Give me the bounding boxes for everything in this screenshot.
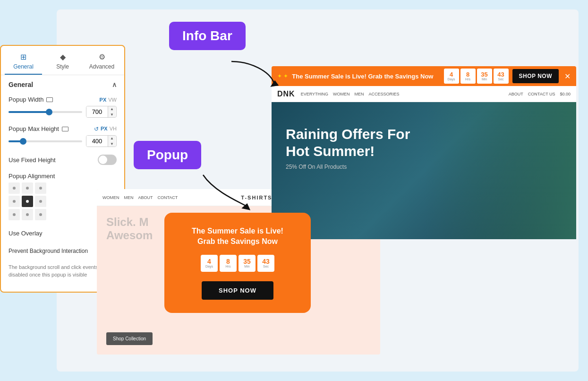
nav-women[interactable]: WOMEN: [333, 92, 350, 96]
infobar-text: The Summer Sale is Live! Grab the Saving…: [292, 73, 440, 80]
align-top-right[interactable]: [35, 182, 46, 194]
info-bar-label: Info Bar: [169, 22, 246, 50]
count-days: 4Days: [444, 69, 459, 84]
shop-collection-btn[interactable]: Shop Collection: [106, 332, 153, 345]
tab-general[interactable]: ⊞ General: [5, 50, 42, 75]
popup-width-field: Popup Width PX VW 700 ▲: [9, 96, 117, 118]
popup-height-input[interactable]: 400 ▲ ▼: [86, 135, 117, 147]
collapse-icon[interactable]: ∧: [112, 81, 117, 88]
infobar-close[interactable]: ✕: [564, 72, 571, 81]
popup-countdown: 4 Days 8 Hrs 35 Min 43 Sec: [176, 255, 299, 272]
popup-count-days: 4 Days: [201, 255, 218, 272]
hero-subtitle: 25% Off On All Products: [286, 164, 410, 170]
popup-modal-title: The Summer Sale is Live!Grab the Savings…: [176, 226, 299, 247]
popup-height-field: Popup Max Height ↺ PX VH 400: [9, 125, 117, 147]
tab-general-label: General: [13, 63, 34, 70]
align-top-center[interactable]: [22, 182, 33, 194]
hero-image: [425, 102, 576, 239]
fixed-height-row: Use Fixed Height: [9, 155, 117, 165]
infobar-arrow: [222, 52, 279, 90]
star-left: ✦ ✦: [277, 73, 288, 79]
refresh-icon-height[interactable]: ↺: [94, 126, 99, 132]
popup-width-slider-track[interactable]: [9, 111, 82, 113]
tab-style-label: Style: [56, 63, 69, 70]
hero-title: Raining Offers ForHot Summer!: [286, 126, 410, 160]
align-mid-left[interactable]: [9, 196, 20, 207]
dnk-right: ABOUT CONTACT US $0.00: [509, 92, 571, 96]
popup-arrow: [194, 165, 255, 213]
count-sec: 43Sec: [494, 69, 509, 84]
alignment-label-row: Popup Alignment: [9, 173, 117, 180]
dnk-cart[interactable]: $0.00: [560, 92, 571, 96]
infobar-countdown: 4Days 8Hrs 35Min 43Sec: [444, 69, 509, 84]
popup-height-slider-track[interactable]: [9, 140, 82, 142]
fixed-height-knob: [99, 156, 107, 164]
tab-advanced[interactable]: ⚙ Advanced: [83, 50, 120, 75]
nav-accessories[interactable]: ACCESSORIES: [369, 92, 400, 96]
monitor-icon: [46, 97, 53, 102]
dnk-about[interactable]: ABOUT: [509, 92, 523, 96]
section-title: General: [9, 81, 33, 88]
info-bar-label-text: Info Bar: [182, 28, 232, 43]
align-mid-right[interactable]: [35, 196, 46, 207]
popup-label: Popup: [134, 141, 201, 169]
monitor-icon-height: [62, 127, 68, 131]
infobar-shop-btn[interactable]: SHOP NOW: [512, 69, 559, 83]
align-bot-left[interactable]: [9, 209, 20, 220]
vh-unit-height[interactable]: VH: [110, 126, 117, 132]
unit-options-height: ↺ PX VH: [94, 126, 117, 132]
popup-count-hrs: 8 Hrs: [220, 255, 237, 272]
popup-height-slider-row: 400 ▲ ▼: [9, 135, 117, 147]
dnk-header: DNK EVERYTHING WOMEN MEN ACCESSORIES ABO…: [272, 86, 576, 102]
popup-width-up[interactable]: ▲: [108, 106, 116, 112]
popup-height-down[interactable]: ▼: [108, 141, 116, 147]
overlay-label: Use Overlay: [9, 230, 43, 237]
nav-everything[interactable]: EVERYTHING: [301, 92, 328, 96]
unit-options-width: PX VW: [100, 97, 117, 103]
popup-label-text: Popup: [147, 147, 188, 162]
dnk-logo: DNK: [277, 90, 295, 98]
count-min: 35Min: [477, 69, 492, 84]
tabs-row: ⊞ General ◆ Style ⚙ Advanced: [1, 46, 124, 75]
info-bar-preview: ✦ ✦ The Summer Sale is Live! Grab the Sa…: [272, 66, 576, 86]
align-top-left[interactable]: [9, 182, 20, 194]
popup-count-sec: 43 Sec: [257, 255, 274, 272]
tab-advanced-label: Advanced: [89, 63, 114, 70]
px-unit-height[interactable]: PX: [101, 126, 108, 132]
align-bot-center[interactable]: [22, 209, 33, 220]
style-icon: ◆: [60, 52, 66, 61]
popup-height-up[interactable]: ▲: [108, 136, 116, 141]
nav-men[interactable]: MEN: [355, 92, 364, 96]
general-icon: ⊞: [20, 52, 26, 61]
popup-width-value[interactable]: 700: [86, 106, 108, 117]
popup-width-input[interactable]: 700 ▲ ▼: [86, 106, 117, 118]
alignment-label: Popup Alignment: [9, 173, 55, 180]
tab-style[interactable]: ◆ Style: [44, 50, 81, 75]
site-nav-men[interactable]: MEN: [124, 195, 134, 200]
popup-width-slider-row: 700 ▲ ▼: [9, 106, 117, 118]
popup-height-slider-thumb[interactable]: [20, 138, 26, 145]
site-nav-women[interactable]: WOMEN: [102, 195, 119, 200]
popup-width-slider-thumb[interactable]: [46, 109, 52, 115]
svg-marker-0: [272, 81, 278, 86]
dnk-nav: EVERYTHING WOMEN MEN ACCESSORIES: [301, 92, 400, 96]
section-header: General ∧: [9, 81, 117, 88]
advanced-icon: ⚙: [99, 52, 105, 61]
count-hrs: 8Hrs: [460, 69, 476, 84]
dnk-contact[interactable]: CONTACT US: [528, 92, 555, 96]
popup-height-arrows: ▲ ▼: [108, 136, 116, 147]
align-bot-right[interactable]: [35, 209, 46, 220]
px-unit-width[interactable]: PX: [100, 97, 107, 103]
fixed-height-toggle[interactable]: [98, 155, 117, 165]
popup-width-down[interactable]: ▼: [108, 112, 116, 118]
popup-width-arrows: ▲ ▼: [108, 106, 116, 117]
site-nav-contact[interactable]: CONTACT: [158, 195, 178, 200]
popup-width-label-row: Popup Width PX VW: [9, 96, 117, 103]
site-nav-about[interactable]: ABOUT: [138, 195, 153, 200]
popup-height-value[interactable]: 400: [86, 136, 108, 147]
popup-shop-btn[interactable]: SHOP NOW: [202, 281, 273, 300]
vw-unit-width[interactable]: VW: [108, 97, 117, 103]
hero-section: Raining Offers ForHot Summer! 25% Off On…: [272, 102, 576, 239]
hero-text: Raining Offers ForHot Summer! 25% Off On…: [286, 126, 410, 170]
align-mid-center[interactable]: [22, 196, 33, 207]
